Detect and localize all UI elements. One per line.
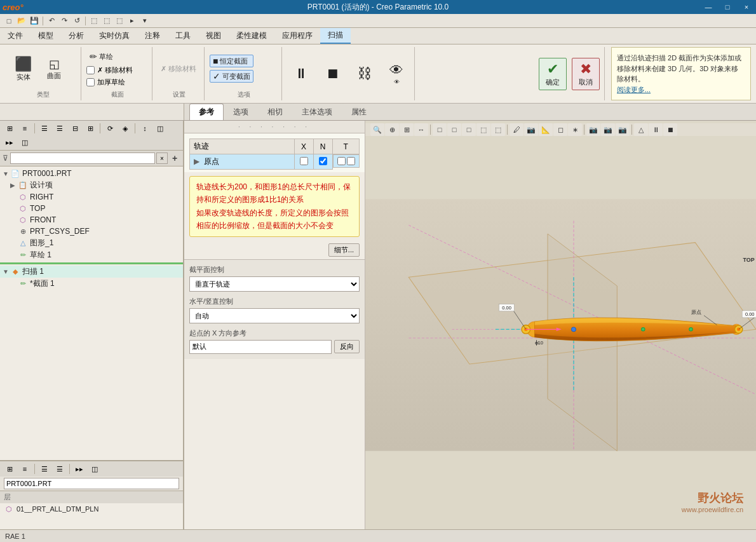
redo-button[interactable]: ↷: [58, 15, 71, 27]
misc-button-3[interactable]: ⬚: [113, 15, 126, 27]
vp-pause2[interactable]: ⏸: [649, 123, 663, 136]
menu-sweep[interactable]: 扫描: [320, 28, 351, 44]
vp-measure[interactable]: 📐: [539, 123, 553, 136]
bottom-btn-3[interactable]: ☰: [37, 463, 51, 475]
traj-t-cell[interactable]: [333, 154, 360, 168]
menu-simulation[interactable]: 实时仿真: [91, 28, 137, 44]
menu-annotation[interactable]: 注释: [137, 28, 168, 44]
search-clear-button[interactable]: ×: [156, 152, 168, 164]
misc-button-1[interactable]: ⬚: [88, 15, 100, 27]
window-controls[interactable]: — □ ×: [699, 0, 756, 14]
bottom-btn-2[interactable]: ≡: [18, 463, 32, 475]
horiz-select[interactable]: 自动: [189, 308, 360, 323]
menu-model[interactable]: 模型: [30, 28, 61, 44]
menu-analysis[interactable]: 分析: [61, 28, 91, 44]
vp-view2[interactable]: □: [447, 123, 461, 136]
menu-view[interactable]: 视图: [198, 28, 229, 44]
menu-apps[interactable]: 应用程序: [274, 28, 320, 44]
thicken-check[interactable]: [86, 78, 95, 86]
tree-toolbar-btn-10[interactable]: ◫: [153, 122, 167, 135]
tree-item-top[interactable]: ⬡ TOP: [0, 203, 183, 214]
details-button[interactable]: 细节...: [328, 243, 360, 257]
vp-view5[interactable]: ⬚: [491, 123, 505, 136]
tree-toolbar-btn-11[interactable]: ▸▸: [3, 136, 17, 149]
chain-button[interactable]: ⛓: [351, 62, 379, 85]
tree-item-prt0001[interactable]: ▼ 📄 PRT0001.PRT: [0, 168, 183, 179]
vp-render2[interactable]: ∗: [568, 123, 582, 136]
vp-stop2[interactable]: ⏹: [663, 123, 677, 136]
tree-item-right[interactable]: ⬡ RIGHT: [0, 191, 183, 203]
traj-n-cell[interactable]: [313, 154, 332, 170]
search-add-button[interactable]: +: [169, 152, 180, 164]
tree-item-design[interactable]: ▶ 📋 设计项: [0, 179, 183, 191]
traj-t-check2[interactable]: [347, 157, 355, 165]
regen-button[interactable]: ↺: [71, 15, 83, 27]
remove-settings-button[interactable]: ✗ 移除材料: [158, 63, 199, 75]
remove-material-check[interactable]: [86, 66, 95, 74]
tree-toolbar-btn-12[interactable]: ◫: [18, 136, 32, 149]
tab-reference[interactable]: 参考: [189, 104, 224, 120]
tree-toolbar-btn-3[interactable]: ☰: [37, 122, 51, 135]
bottom-btn-5[interactable]: ▸▸: [72, 463, 86, 475]
type-solid-button[interactable]: ⬛ 实体: [9, 53, 37, 85]
vp-zoom-area[interactable]: ⊞: [400, 123, 414, 136]
menu-tools[interactable]: 工具: [168, 28, 198, 44]
startx-input[interactable]: [189, 340, 332, 354]
sketch-button[interactable]: ✏ 草绘: [86, 50, 133, 63]
vp-tri[interactable]: △: [634, 123, 648, 136]
tree-item-sketch2[interactable]: ✏ 草绘 1: [0, 249, 183, 261]
bottom-btn-4[interactable]: ☰: [53, 463, 67, 475]
vp-render1[interactable]: ◻: [553, 123, 567, 136]
new-button[interactable]: □: [3, 15, 15, 27]
vp-cam2[interactable]: 📷: [601, 123, 615, 136]
tree-toolbar-btn-2[interactable]: ≡: [18, 122, 32, 135]
tab-body-options[interactable]: 主体选项: [292, 104, 342, 120]
tree-toolbar-btn-1[interactable]: ⊞: [3, 122, 17, 135]
menu-flexible[interactable]: 柔性建模: [229, 28, 274, 44]
tree-toolbar-btn-6[interactable]: ⊞: [83, 122, 97, 135]
open-button[interactable]: 📂: [15, 15, 28, 27]
help-link[interactable]: 阅读更多...: [617, 86, 651, 93]
cs-select[interactable]: 垂直于轨迹: [189, 276, 360, 292]
ok-button[interactable]: ✔ 确定: [539, 58, 567, 90]
variable-section-button[interactable]: ✓ 可变截面: [210, 70, 253, 83]
vp-edit[interactable]: 🖊: [510, 123, 523, 136]
cancel-button[interactable]: ✖ 取消: [572, 58, 600, 90]
tree-item-front[interactable]: ⬡ FRONT: [0, 214, 183, 226]
misc-button-2[interactable]: ⬚: [100, 15, 113, 27]
tree-item-sweep[interactable]: ▼ ◆ 扫描 1: [0, 266, 183, 278]
bottom-btn-6[interactable]: ◫: [88, 463, 102, 475]
vp-camera[interactable]: 📷: [524, 123, 538, 136]
tree-toolbar-btn-4[interactable]: ☰: [53, 122, 67, 135]
vp-zoom-in[interactable]: 🔍: [370, 123, 384, 136]
bottom-btn-1[interactable]: ⊞: [3, 463, 17, 475]
vp-view4[interactable]: ⬚: [476, 123, 490, 136]
reverse-button[interactable]: 反向: [334, 340, 360, 353]
vp-view3[interactable]: □: [462, 123, 476, 136]
traj-x-check[interactable]: [300, 157, 308, 165]
undo-button[interactable]: ↶: [45, 15, 58, 27]
traj-x-cell[interactable]: [294, 154, 313, 170]
tree-toolbar-btn-9[interactable]: ↕: [138, 122, 152, 135]
vp-cam1[interactable]: 📷: [586, 123, 600, 136]
minimize-button[interactable]: —: [699, 0, 718, 14]
qa-dropdown[interactable]: ▾: [138, 15, 151, 27]
tree-toolbar-btn-8[interactable]: ◈: [118, 122, 132, 135]
tree-toolbar-btn-7[interactable]: ⟳: [103, 122, 117, 135]
vp-zoom-fit[interactable]: ⊕: [385, 123, 399, 136]
traj-n-check[interactable]: [319, 157, 327, 165]
filename-input[interactable]: [4, 478, 179, 489]
type-surface-button[interactable]: ◱ 曲面: [40, 54, 68, 84]
tree-toolbar-btn-5[interactable]: ⊟: [68, 122, 82, 135]
save-button[interactable]: 💾: [28, 15, 41, 27]
tree-item-sketch1[interactable]: △ 图形_1: [0, 237, 183, 249]
tree-item-csys[interactable]: ⊕ PRT_CSYS_DEF: [0, 226, 183, 237]
tab-options[interactable]: 选项: [224, 104, 258, 120]
pause-button[interactable]: ⏸: [287, 62, 315, 85]
tab-properties[interactable]: 属性: [342, 104, 376, 120]
menu-file[interactable]: 文件: [0, 28, 30, 44]
vp-view1[interactable]: □: [433, 123, 447, 136]
tree-item-section[interactable]: ✏ *截面 1: [0, 278, 183, 290]
misc-button-4[interactable]: ▸: [126, 15, 138, 27]
layer-item-1[interactable]: ⬡ 01__PRT_ALL_DTM_PLN: [0, 503, 183, 515]
